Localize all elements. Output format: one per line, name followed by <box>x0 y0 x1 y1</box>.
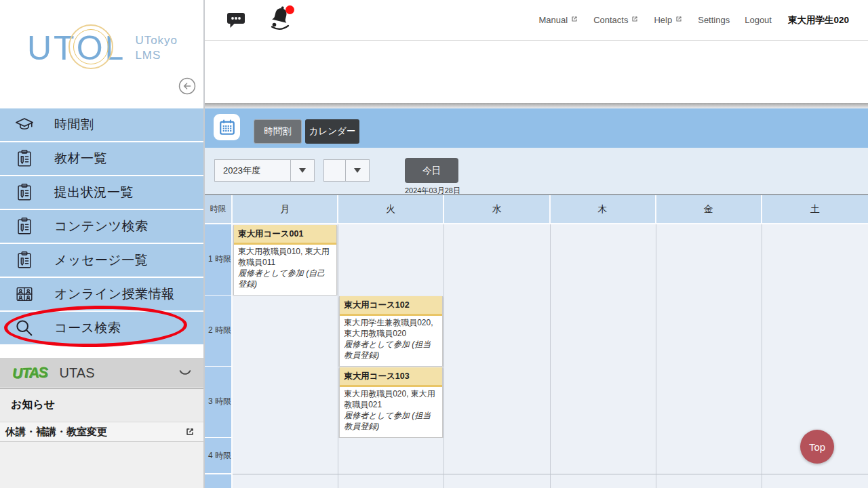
main-content: ManualContactsHelpSettingsLogout東大用学生020… <box>203 0 868 488</box>
sidebar-footer-area <box>0 441 203 488</box>
tab-timetable[interactable]: 時間割 <box>254 119 302 144</box>
course-card[interactable]: 東大用コース001東大用教職員010, 東大用教職員011履修者として参加 (自… <box>233 225 337 296</box>
timetable-cell <box>762 367 868 439</box>
notifications-bell-icon[interactable] <box>267 4 294 33</box>
topbar-link-settings[interactable]: Settings <box>698 15 730 25</box>
timetable-row: 4 時限 <box>205 438 868 474</box>
course-teachers: 東大用教職員010, 東大用教職員011 <box>238 247 330 267</box>
tab-calendar[interactable]: カレンダー <box>305 119 359 144</box>
sidebar-item-timetable[interactable]: 時間割 <box>0 108 203 141</box>
course-card[interactable]: 東大用コース103東大用教職員020, 東大用教職員021履修者として参加 (担… <box>339 367 443 438</box>
messages-icon[interactable] <box>225 10 247 33</box>
timetable-body: 1 時限東大用コース001東大用教職員010, 東大用教職員011履修者として参… <box>205 224 868 488</box>
course-role: 履修者として参加 (自己登録) <box>238 268 332 290</box>
topbar-link-contacts[interactable]: Contacts <box>593 15 639 25</box>
timetable-cell <box>444 224 550 296</box>
term-select[interactable] <box>323 159 370 182</box>
course-title: 東大用コース103 <box>340 367 442 387</box>
class-cancellation-label: 休講・補講・教室変更 <box>5 426 107 439</box>
topbar-links: ManualContactsHelpSettingsLogout東大用学生020 <box>539 0 849 40</box>
course-card[interactable]: 東大用コース102東大用学生兼教職員020, 東大用教職員020履修者として参加… <box>339 296 443 367</box>
topbar-link-help[interactable]: Help <box>654 15 683 25</box>
course-teachers: 東大用学生兼教職員020, 東大用教職員020 <box>344 318 433 338</box>
sidebar-collapse-button[interactable] <box>178 77 197 96</box>
timetable-cell <box>656 224 762 296</box>
topbar-link-manual[interactable]: Manual <box>539 15 579 25</box>
utas-label: UTAS <box>60 365 95 381</box>
timetable-cell <box>762 474 868 488</box>
timetable: 時限月火水木金土 1 時限東大用コース001東大用教職員010, 東大用教職員0… <box>205 194 868 488</box>
content-top-shadow <box>205 103 868 108</box>
search-icon <box>14 318 36 338</box>
chevron-down-icon <box>345 160 369 181</box>
sidebar-item-label: 提出状況一覧 <box>54 184 134 201</box>
sidebar-item-materials[interactable]: 教材一覧 <box>0 142 203 175</box>
course-title: 東大用コース102 <box>340 296 442 316</box>
sidebar-item-course-search[interactable]: コース検索 <box>0 312 203 344</box>
period-label: 4 時限 <box>205 438 233 474</box>
timetable-cell <box>656 367 762 439</box>
timetable-cell: 東大用コース001東大用教職員010, 東大用教職員011履修者として参加 (自… <box>233 224 338 296</box>
topbar-link-label: Settings <box>698 15 730 25</box>
timetable-cell <box>444 367 550 439</box>
timetable-cell: 東大用コース102東大用学生兼教職員020, 東大用教職員020履修者として参加… <box>338 296 444 367</box>
day-header: 月 <box>233 195 338 224</box>
notices-label: お知らせ <box>11 398 55 412</box>
period-column-header: 時限 <box>205 195 233 224</box>
external-link-icon <box>631 15 639 25</box>
scroll-to-top-button[interactable]: Top <box>800 430 834 464</box>
sidebar-item-label: コース検索 <box>54 319 121 337</box>
sidebar-nav: 時間割教材一覧提出状況一覧コンテンツ検索メッセージ一覧オンライン授業情報コース検… <box>0 108 203 346</box>
day-header: 水 <box>444 195 550 224</box>
external-link-icon <box>675 15 683 25</box>
timetable-cell <box>762 296 868 367</box>
day-header: 木 <box>551 195 656 224</box>
timetable-cell <box>444 474 550 488</box>
timetable-cell: 東大用コース103東大用教職員020, 東大用教職員021履修者として参加 (担… <box>338 367 444 439</box>
sidebar: UTOL UTokyo LMS 時間割教材一覧提出状況一覧コンテンツ検索メッセー… <box>0 0 203 488</box>
sidebar-item-utas[interactable]: UTAS UTAS <box>0 358 203 388</box>
course-details: 東大用教職員010, 東大用教職員011履修者として参加 (自己登録) <box>234 245 336 295</box>
sidebar-item-notices[interactable]: お知らせ <box>0 388 203 421</box>
timetable-cell <box>551 474 656 488</box>
timetable-row: 1 時限東大用コース001東大用教職員010, 東大用教職員011履修者として参… <box>205 224 868 296</box>
filter-bar: 2023年度 今日 2024年03月28日 <box>205 148 868 194</box>
timetable-cell <box>551 367 656 439</box>
course-title: 東大用コース001 <box>234 225 336 245</box>
period-label: 1 時限 <box>205 224 233 296</box>
timetable-row: 3 時限東大用コース103東大用教職員020, 東大用教職員021履修者として参… <box>205 367 868 438</box>
clipboard-icon <box>14 148 36 169</box>
topbar-link-label: Contacts <box>593 15 628 25</box>
timetable-cell <box>551 438 656 474</box>
clipboard-icon <box>14 182 36 203</box>
sidebar-item-online-class-info[interactable]: オンライン授業情報 <box>0 278 203 310</box>
period-label: 3 時限 <box>205 367 233 439</box>
sidebar-item-class-cancellation[interactable]: 休講・補講・教室変更 <box>0 422 203 441</box>
clipboard-icon <box>14 216 36 237</box>
course-details: 東大用学生兼教職員020, 東大用教職員020履修者として参加 (担当教員登録) <box>340 316 442 366</box>
timetable-cell <box>656 296 762 367</box>
topbar-link-label: Help <box>654 15 672 25</box>
course-details: 東大用教職員020, 東大用教職員021履修者として参加 (担当教員登録) <box>340 387 442 437</box>
day-header: 土 <box>762 195 868 224</box>
sidebar-item-label: メッセージ一覧 <box>54 251 148 269</box>
today-button[interactable]: 今日 <box>405 158 458 183</box>
timetable-cell <box>762 224 868 296</box>
notification-badge <box>285 5 294 14</box>
logo-area: UTOL UTokyo LMS <box>0 0 203 107</box>
timetable-row: 2 時限東大用コース102東大用学生兼教職員020, 東大用教職員020履修者と… <box>205 296 868 367</box>
topbar-link-label: Manual <box>539 15 568 25</box>
timetable-cell <box>656 474 762 488</box>
online-class-icon <box>14 284 36 304</box>
year-select[interactable]: 2023年度 <box>214 159 315 182</box>
timetable-cell <box>338 474 444 488</box>
sidebar-item-contents-search[interactable]: コンテンツ検索 <box>0 210 203 243</box>
day-header: 火 <box>338 195 444 224</box>
utol-logo: UTOL UTokyo LMS <box>27 31 178 65</box>
topbar-link-logout[interactable]: Logout <box>745 15 772 25</box>
sidebar-item-submission-status[interactable]: 提出状況一覧 <box>0 176 203 209</box>
sidebar-item-message-list[interactable]: メッセージ一覧 <box>0 244 203 277</box>
period-label: 2 時限 <box>205 296 233 367</box>
course-role: 履修者として参加 (担当教員登録) <box>344 411 438 432</box>
timetable-cell <box>444 296 550 367</box>
